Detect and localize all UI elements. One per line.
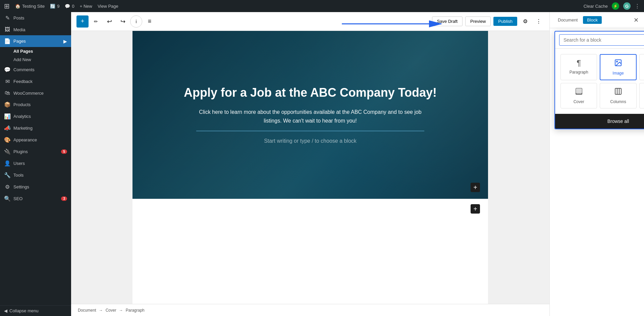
breadcrumb-paragraph[interactable]: Paragraph [126,308,145,313]
sidebar-item-label: Users [13,161,25,166]
block-item-columns[interactable]: Columns [600,83,636,108]
view-page-btn[interactable]: View Page [98,4,118,9]
editor-content[interactable]: Apply for a Job at the ABC Company Today… [71,31,549,304]
posts-icon: ✎ [4,15,11,21]
svg-rect-11 [615,88,621,94]
svg-point-3 [616,61,618,62]
editor-toolbar: + ✏ ↩ ↪ i ≡ Save Draft Previ [71,12,549,31]
sidebar-item-label: Marketing [13,126,33,131]
block-item-label: Paragraph [570,70,588,75]
right-panel: 🔍 ¶ Paragraph [549,12,644,316]
browse-all-button[interactable]: Browse all [555,114,644,129]
breadcrumb-sep2: → [119,308,123,313]
plugins-badge: 5 [61,149,67,154]
redo-button[interactable]: ↪ [117,15,129,28]
sidebar-item-feedback[interactable]: ✉ Feedback [0,76,71,87]
more-options-toolbar-button[interactable]: ⋮ [533,16,544,27]
paragraph-icon: ¶ [577,58,581,68]
home-icon: 🏠 [15,4,20,9]
cover-placeholder[interactable]: Start writing or type / to choose a bloc… [139,138,481,144]
settings-toggle-button[interactable]: ⚙ [520,16,531,27]
updates-btn[interactable]: 🔄 9 [50,4,59,9]
editor-area: + ✏ ↩ ↪ i ≡ Save Draft Previ [71,12,549,316]
comments-btn[interactable]: 💬 0 [65,4,74,9]
marketing-icon: 📣 [4,125,11,131]
comment-icon: 💬 [65,4,70,9]
sidebar-item-pages[interactable]: 📄 Pages ▶ [0,35,71,47]
cover-icon [575,87,583,97]
clear-cache-btn[interactable]: Clear Cache [584,4,608,9]
add-block-cover-btn[interactable]: + [471,183,480,192]
block-item-cover[interactable]: Cover [560,83,597,108]
sidebar-item-marketing[interactable]: 📣 Marketing [0,122,71,134]
user-avatar[interactable]: G [623,2,631,10]
block-item-paragraph[interactable]: ¶ Paragraph [560,54,597,80]
sidebar-item-media[interactable]: 🖼 Media [0,24,71,35]
sidebar-item-seo[interactable]: 🔍 SEO 3 [0,193,71,205]
products-icon: 📦 [4,101,11,108]
sidebar-sub-add-new[interactable]: Add New [0,55,71,64]
site-name[interactable]: 🏠 Testing Site [15,4,45,9]
sidebar-item-settings[interactable]: ⚙ Settings [0,181,71,193]
media-icon: 🖼 [4,27,11,33]
woo-icon: 🛍 [4,90,11,96]
breadcrumb-document[interactable]: Document [78,308,96,313]
add-block-below-btn[interactable]: + [471,204,480,214]
publish-button[interactable]: Publish [493,17,517,26]
sidebar-item-posts[interactable]: ✎ Posts [0,12,71,24]
plugins-icon: 🔌 [4,148,11,155]
preview-button[interactable]: Preview [465,16,491,26]
sidebar-item-label: Comments [13,67,35,72]
new-btn[interactable]: + New [80,4,92,9]
sidebar-item-appearance[interactable]: 🎨 Appearance [0,134,71,146]
notification-green[interactable]: ⚡ [612,2,619,10]
block-item-group[interactable]: Group [639,54,644,80]
block-search-input[interactable] [559,34,644,46]
sidebar-item-tools[interactable]: 🔧 Tools [0,169,71,181]
comments-icon: 💬 [4,66,11,73]
settings-icon: ⚙ [4,184,11,190]
block-item-label: Cover [574,99,584,104]
sidebar-item-users[interactable]: 👤 Users [0,157,71,169]
pages-icon: 📄 [4,38,11,44]
save-draft-button[interactable]: Save Draft [432,16,463,26]
cover-block[interactable]: Apply for a Job at the ABC Company Today… [132,31,488,199]
sidebar-item-comments[interactable]: 💬 Comments [0,64,71,76]
sidebar-item-label: Plugins [13,149,28,154]
sidebar-item-analytics[interactable]: 📊 Analytics [0,110,71,122]
wp-logo-icon[interactable]: ⊞ [4,2,10,10]
sidebar-item-label: SEO [13,196,22,201]
sidebar-item-label: Tools [13,173,23,178]
collapse-menu-btn[interactable]: ◀ Collapse menu [0,305,71,316]
right-panel-header: Document Block ✕ [550,12,644,28]
cover-title[interactable]: Apply for a Job at the ABC Company Today… [139,86,481,100]
analytics-icon: 📊 [4,113,11,120]
cover-subtitle[interactable]: Click here to learn more about the oppor… [196,108,424,131]
tab-document[interactable]: Document [554,16,582,24]
breadcrumb-cover[interactable]: Cover [106,308,116,313]
more-options-btn[interactable]: ⋮ [635,3,640,9]
panel-close-button[interactable]: ✕ [632,15,640,25]
block-item-image[interactable]: Image [600,54,636,80]
sidebar: ✎ Posts 🖼 Media 📄 Pages ▶ All Pages Add … [0,12,71,316]
sidebar-item-woocommerce[interactable]: 🛍 WooCommerce [0,87,71,99]
undo-button[interactable]: ↩ [103,15,115,28]
sidebar-item-plugins[interactable]: 🔌 Plugins 5 [0,146,71,157]
block-item-label: Columns [610,99,626,104]
seo-icon: 🔍 [4,195,11,202]
tab-block[interactable]: Block [583,16,602,24]
info-button[interactable]: i [130,15,142,28]
svg-rect-10 [576,88,582,93]
sidebar-item-label: Media [13,27,25,32]
collapse-icon: ◀ [4,308,7,313]
block-item-embed[interactable]: Embed [639,83,644,108]
add-block-button[interactable]: + [76,15,89,28]
menu-button[interactable]: ≡ [144,15,156,28]
panel-tabs: Document Block [554,16,602,24]
edit-mode-button[interactable]: ✏ [90,15,102,28]
sidebar-item-label: Products [13,102,31,107]
block-inserter-popup: 🔍 ¶ Paragraph [554,31,644,129]
sidebar-item-products[interactable]: 📦 Products [0,99,71,110]
sidebar-sub-all-pages[interactable]: All Pages [0,47,71,55]
block-grid: ¶ Paragraph Image [555,49,644,114]
